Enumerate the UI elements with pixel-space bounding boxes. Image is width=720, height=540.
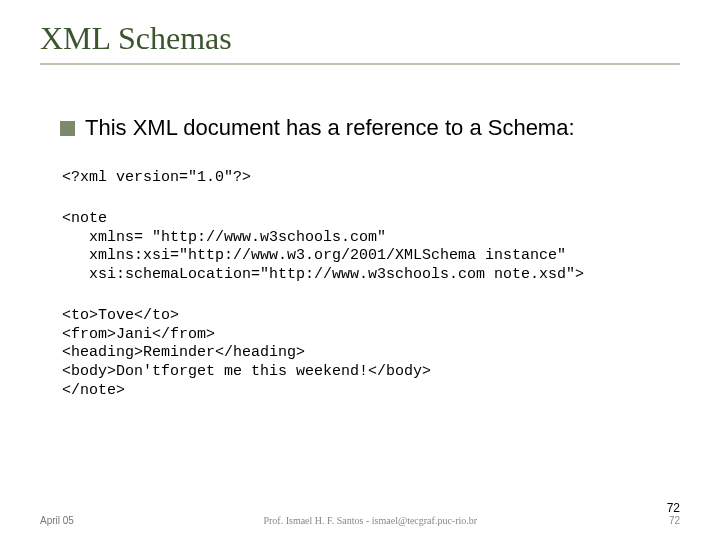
page-number-bottom: 72 [667, 515, 680, 526]
slide-title: XML Schemas [40, 20, 680, 57]
slide: XML Schemas This XML document has a refe… [0, 0, 720, 540]
footer-page: 72 72 [667, 502, 680, 526]
footer-author: Prof. Ismael H. F. Santos - ismael@tecgr… [263, 515, 477, 526]
code-xml-declaration: <?xml version="1.0"?> [40, 169, 680, 188]
bullet-text: This XML document has a reference to a S… [85, 115, 575, 141]
title-underline [40, 63, 680, 65]
bullet-square-icon [60, 121, 75, 136]
page-number-top: 72 [667, 502, 680, 515]
footer-date: April 05 [40, 515, 74, 526]
code-note-open: <note xmlns= "http://www.w3schools.com" … [40, 210, 680, 285]
slide-footer: April 05 Prof. Ismael H. F. Santos - ism… [0, 502, 720, 526]
bullet-item: This XML document has a reference to a S… [40, 115, 680, 141]
code-note-body: <to>Tove</to> <from>Jani</from> <heading… [40, 307, 680, 401]
